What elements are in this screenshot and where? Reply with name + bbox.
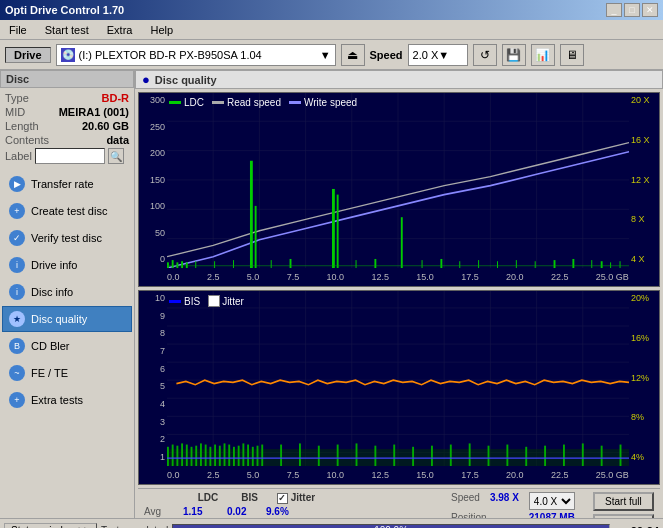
- disc-mid-value: MEIRA1 (001): [59, 106, 129, 118]
- svg-rect-17: [181, 261, 183, 268]
- svg-rect-95: [469, 443, 471, 466]
- svg-rect-89: [356, 443, 358, 466]
- close-button[interactable]: ✕: [642, 3, 658, 17]
- top-chart-legend: LDC Read speed Write speed: [169, 97, 357, 108]
- svg-rect-85: [280, 445, 282, 466]
- legend-bis: BIS: [169, 295, 200, 307]
- progress-bar-fill: 100.0%: [173, 525, 609, 529]
- sidebar-item-create-test-disc[interactable]: + Create test disc: [2, 198, 132, 224]
- menu-bar: File Start test Extra Help: [0, 20, 663, 40]
- svg-rect-28: [290, 259, 292, 268]
- disc-contents-row: Contents data: [5, 134, 129, 146]
- window-controls[interactable]: _ □ ✕: [606, 3, 658, 17]
- sidebar-item-drive-info[interactable]: i Drive info: [2, 252, 132, 278]
- minimize-button[interactable]: _: [606, 3, 622, 17]
- top-chart-y-axis-left: 300 250 200 150 100 50 0: [139, 93, 167, 266]
- svg-rect-67: [181, 443, 183, 466]
- toolbar-graph-button[interactable]: 📊: [531, 44, 555, 66]
- bis-header: BIS: [232, 492, 267, 504]
- drive-info-label: Drive info: [31, 259, 77, 271]
- toolbar-settings-button[interactable]: 🖥: [560, 44, 584, 66]
- svg-rect-71: [200, 443, 202, 466]
- svg-rect-75: [219, 446, 221, 466]
- svg-rect-86: [299, 443, 301, 466]
- disc-contents-value: data: [106, 134, 129, 146]
- bottom-chart: BIS ✓ Jitter 10 9 8 7 6 5 4 3: [138, 290, 660, 485]
- ldc-header: LDC: [188, 492, 228, 504]
- sidebar-item-fe-te[interactable]: ~ FE / TE: [2, 360, 132, 386]
- svg-rect-15: [172, 260, 174, 268]
- stats-headers: LDC BIS ✓ Jitter: [144, 492, 321, 504]
- jitter-checkbox[interactable]: ✓: [208, 295, 220, 307]
- svg-rect-38: [554, 260, 556, 268]
- drive-selector[interactable]: 💿 (I:) PLEXTOR BD-R PX-B950SA 1.04 ▼: [56, 44, 336, 66]
- create-test-disc-label: Create test disc: [31, 205, 107, 217]
- disc-label-input[interactable]: [35, 148, 105, 164]
- svg-rect-24: [195, 261, 196, 268]
- svg-rect-32: [440, 259, 442, 268]
- menu-start-test[interactable]: Start test: [41, 23, 93, 37]
- svg-rect-26: [233, 260, 234, 268]
- fe-te-icon: ~: [9, 365, 25, 381]
- disc-quality-label: Disc quality: [31, 313, 87, 325]
- sidebar-item-extra-tests[interactable]: + Extra tests: [2, 387, 132, 413]
- svg-rect-78: [233, 447, 235, 466]
- bottom-chart-svg: [167, 291, 629, 466]
- stats-jitter-checkbox[interactable]: ✓: [277, 493, 288, 504]
- svg-rect-82: [252, 447, 254, 466]
- svg-rect-80: [242, 443, 244, 466]
- toolbar-eject-button[interactable]: ⏏: [341, 44, 365, 66]
- speed-selector[interactable]: 2.0 X ▼: [408, 44, 468, 66]
- start-full-button[interactable]: Start full: [593, 492, 654, 511]
- svg-rect-43: [620, 261, 621, 268]
- svg-rect-29: [356, 260, 357, 268]
- chart-main-title: Disc quality: [155, 74, 217, 86]
- disc-label-label: Label: [5, 150, 32, 162]
- drive-text: (I:) PLEXTOR BD-R PX-B950SA 1.04: [79, 49, 320, 61]
- speed-info: Speed 3.98 X 4.0 X Position 21087 MB Sam…: [451, 492, 575, 518]
- svg-rect-36: [516, 260, 517, 268]
- sidebar-item-disc-info[interactable]: i Disc info: [2, 279, 132, 305]
- create-test-disc-icon: +: [9, 203, 25, 219]
- svg-rect-84: [261, 445, 263, 466]
- sidebar-item-cd-bler[interactable]: B CD Bler: [2, 333, 132, 359]
- drive-info-icon: i: [9, 257, 25, 273]
- stats-column-main: LDC BIS ✓ Jitter Avg 1.15 0.02 9.6%: [144, 492, 321, 518]
- drive-dropdown-arrow[interactable]: ▼: [320, 49, 331, 61]
- top-chart-y-axis-right: 20 X 16 X 12 X 8 X 4 X: [629, 93, 659, 266]
- svg-rect-79: [238, 446, 240, 466]
- disc-mid-row: MID MEIRA1 (001): [5, 106, 129, 118]
- maximize-button[interactable]: □: [624, 3, 640, 17]
- status-bar: Status window >> Test completed 100.0% 2…: [0, 518, 663, 528]
- chart-panel: LDC Read speed Write speed 300 250 20: [135, 89, 663, 518]
- avg-label: Avg: [144, 506, 179, 517]
- speed-label: Speed: [370, 49, 403, 61]
- svg-rect-91: [393, 445, 395, 466]
- svg-rect-35: [497, 261, 498, 268]
- action-buttons: Start full Start part: [593, 492, 654, 518]
- menu-extra[interactable]: Extra: [103, 23, 137, 37]
- menu-file[interactable]: File: [5, 23, 31, 37]
- toolbar-refresh-button[interactable]: ↺: [473, 44, 497, 66]
- start-part-button[interactable]: Start part: [593, 514, 654, 518]
- svg-rect-68: [186, 445, 188, 466]
- transfer-rate-label: Transfer rate: [31, 178, 94, 190]
- svg-rect-88: [337, 445, 339, 466]
- speed-dropdown-arrow[interactable]: ▼: [438, 49, 449, 61]
- svg-rect-31: [422, 260, 423, 268]
- top-chart-svg: [167, 93, 629, 268]
- sidebar-item-verify-test-disc[interactable]: ✓ Verify test disc: [2, 225, 132, 251]
- label-icon-button[interactable]: 🔍: [108, 148, 124, 164]
- svg-rect-87: [318, 446, 320, 466]
- status-window-button[interactable]: Status window >>: [4, 523, 97, 528]
- menu-help[interactable]: Help: [146, 23, 177, 37]
- cd-bler-label: CD Bler: [31, 340, 70, 352]
- svg-rect-22: [337, 195, 339, 268]
- sidebar-item-transfer-rate[interactable]: ▶ Transfer rate: [2, 171, 132, 197]
- speed-chart-select[interactable]: 4.0 X: [529, 492, 575, 510]
- sidebar-item-disc-quality[interactable]: ★ Disc quality: [2, 306, 132, 332]
- toolbar-save-button[interactable]: 💾: [502, 44, 526, 66]
- disc-quality-icon: ★: [9, 311, 25, 327]
- read-speed-color: [212, 101, 224, 104]
- disc-length-row: Length 20.60 GB: [5, 120, 129, 132]
